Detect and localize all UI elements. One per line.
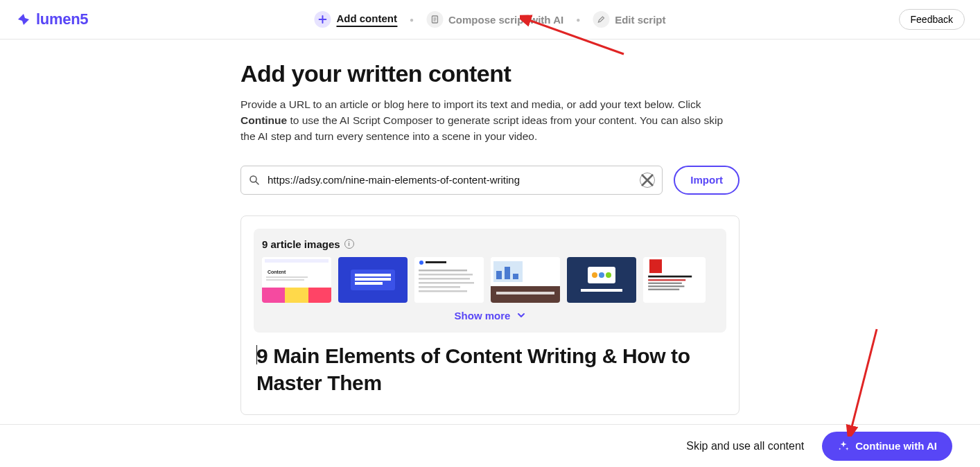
step-label: Edit script	[615, 14, 665, 26]
svg-point-1	[250, 176, 256, 182]
page-title: Add your written content	[240, 60, 740, 87]
article-images-box: 9 article images i Content	[254, 229, 726, 333]
svg-rect-12	[355, 274, 391, 276]
svg-text:Content: Content	[268, 270, 286, 274]
svg-rect-30	[496, 292, 554, 294]
svg-rect-40	[648, 279, 685, 281]
info-icon[interactable]: i	[344, 239, 354, 249]
brand-logo[interactable]: lumen5	[15, 10, 88, 28]
thumbnail-row: Content	[262, 257, 718, 303]
article-title[interactable]: 9 Main Elements of Content Writing & How…	[241, 333, 739, 414]
document-icon	[426, 11, 443, 28]
svg-point-16	[419, 261, 423, 265]
url-input[interactable]	[268, 174, 633, 186]
url-input-wrapper[interactable]	[240, 166, 663, 195]
article-image-thumb[interactable]	[643, 257, 706, 303]
clear-input-button[interactable]	[640, 173, 655, 188]
svg-rect-39	[648, 276, 692, 278]
feedback-button[interactable]: Feedback	[899, 9, 965, 30]
footer-bar: Skip and use all content Continue with A…	[0, 424, 980, 467]
step-separator: ●	[410, 16, 414, 24]
svg-rect-28	[513, 274, 518, 279]
svg-rect-22	[419, 286, 460, 288]
step-label: Add content	[336, 12, 397, 27]
chevron-down-icon	[517, 311, 525, 319]
content-preview-card: 9 article images i Content	[240, 215, 740, 415]
step-label: Compose script with AI	[448, 14, 563, 26]
svg-rect-17	[426, 261, 446, 263]
svg-rect-19	[419, 274, 473, 276]
svg-rect-13	[355, 278, 391, 281]
svg-point-35	[606, 272, 611, 278]
step-add-content[interactable]: Add content	[314, 11, 397, 28]
step-separator: ●	[576, 16, 580, 24]
svg-rect-27	[505, 267, 510, 279]
svg-rect-36	[581, 289, 622, 292]
search-icon	[248, 174, 261, 186]
svg-rect-5	[266, 276, 308, 278]
svg-rect-42	[648, 285, 684, 287]
svg-rect-8	[285, 288, 308, 303]
article-image-thumb[interactable]	[491, 257, 560, 303]
pencil-icon	[593, 11, 609, 28]
show-more-button[interactable]: Show more	[262, 303, 718, 324]
svg-point-33	[592, 272, 597, 278]
svg-line-45	[851, 329, 877, 430]
svg-rect-9	[308, 288, 331, 303]
article-image-thumb[interactable]: Content	[262, 257, 331, 303]
svg-rect-6	[266, 279, 304, 281]
topbar: lumen5 Add content ● Compose script with…	[0, 0, 980, 39]
svg-rect-7	[262, 288, 285, 303]
svg-rect-3	[265, 259, 329, 263]
lumen5-logo-icon	[15, 11, 32, 28]
article-images-count: 9 article images	[262, 238, 340, 250]
step-nav: Add content ● Compose script with AI ● E…	[314, 11, 665, 28]
svg-rect-23	[419, 290, 467, 292]
plus-icon	[314, 11, 331, 28]
page-description: Provide a URL to an article or blog here…	[240, 97, 740, 145]
svg-rect-21	[419, 282, 474, 284]
article-image-thumb[interactable]	[414, 257, 484, 303]
svg-rect-20	[419, 278, 470, 280]
url-row: Import	[240, 166, 740, 195]
step-edit-script[interactable]: Edit script	[593, 11, 665, 28]
svg-rect-18	[419, 270, 467, 272]
step-compose-ai[interactable]: Compose script with AI	[426, 11, 563, 28]
annotation-arrow	[839, 326, 887, 437]
close-icon	[641, 174, 654, 186]
main-content: Add your written content Provide a URL t…	[240, 39, 740, 415]
svg-point-34	[599, 272, 604, 278]
svg-rect-15	[414, 257, 484, 303]
article-images-header: 9 article images i	[262, 238, 718, 250]
svg-rect-41	[648, 282, 682, 283]
svg-rect-14	[355, 282, 383, 285]
sparkle-icon	[837, 440, 850, 452]
import-button[interactable]: Import	[674, 166, 740, 195]
svg-rect-38	[649, 259, 662, 273]
continue-with-ai-button[interactable]: Continue with AI	[822, 432, 952, 461]
article-image-thumb[interactable]	[338, 257, 408, 303]
article-image-thumb[interactable]	[567, 257, 636, 303]
skip-button[interactable]: Skip and use all content	[686, 440, 804, 452]
svg-rect-43	[648, 288, 679, 290]
brand-name: lumen5	[36, 10, 88, 28]
svg-rect-26	[496, 271, 502, 279]
